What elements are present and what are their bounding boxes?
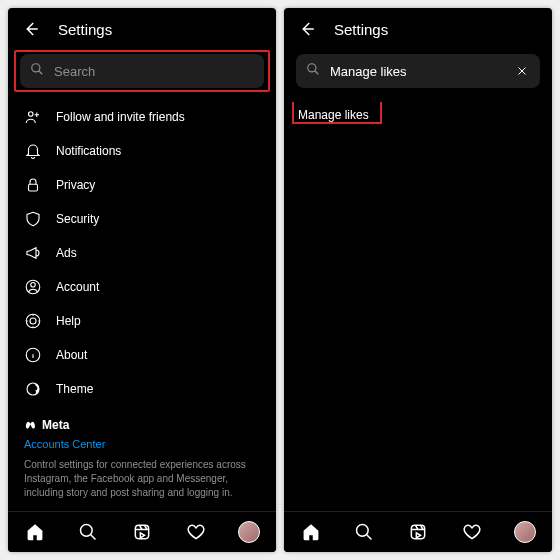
logins-heading: Logins [8,500,276,511]
megaphone-icon [24,244,42,262]
account-icon [24,278,42,296]
meta-brand: Meta [24,418,260,432]
lock-icon [24,176,42,194]
settings-screen-right: Settings Manage likes Manage likes [284,8,552,552]
menu-theme[interactable]: Theme [8,372,276,406]
menu-label: Notifications [56,144,121,158]
menu-ads[interactable]: Ads [8,236,276,270]
info-icon [24,346,42,364]
menu-label: Account [56,280,99,294]
page-title: Settings [334,21,388,38]
svg-point-0 [32,64,40,72]
menu-follow-invite[interactable]: Follow and invite friends [8,100,276,134]
svg-point-5 [26,314,40,328]
svg-point-1 [29,112,34,117]
home-icon[interactable] [300,521,322,543]
shield-icon [24,210,42,228]
search-icon [30,62,44,80]
search-results: Manage likes [284,96,552,511]
search-input[interactable]: Search [20,54,264,88]
menu-notifications[interactable]: Notifications [8,134,276,168]
search-nav-icon[interactable] [353,521,375,543]
header: Settings [8,8,276,46]
back-arrow-icon[interactable] [298,20,316,38]
svg-rect-2 [29,184,38,191]
meta-label: Meta [42,418,69,432]
svg-point-4 [31,283,36,288]
theme-icon [24,380,42,398]
svg-point-6 [30,318,36,324]
bell-icon [24,142,42,160]
menu-label: Security [56,212,99,226]
reels-icon[interactable] [407,521,429,543]
search-container: Search [20,54,264,88]
help-icon [24,312,42,330]
svg-point-12 [357,525,369,537]
menu-account[interactable]: Account [8,270,276,304]
profile-avatar[interactable] [238,521,260,543]
menu-label: Follow and invite friends [56,110,185,124]
profile-avatar[interactable] [514,521,536,543]
menu-security[interactable]: Security [8,202,276,236]
clear-icon[interactable] [514,63,530,79]
svg-point-9 [81,525,93,537]
settings-list: Follow and invite friends Notifications … [8,96,276,511]
menu-label: Theme [56,382,93,396]
bottom-nav [8,511,276,552]
search-placeholder: Search [54,64,254,79]
menu-label: Help [56,314,81,328]
menu-help[interactable]: Help [8,304,276,338]
reels-icon[interactable] [131,521,153,543]
menu-privacy[interactable]: Privacy [8,168,276,202]
follow-invite-icon [24,108,42,126]
result-label: Manage likes [298,108,369,122]
accounts-center-link[interactable]: Accounts Center [24,438,260,450]
search-icon [306,62,320,80]
menu-label: Ads [56,246,77,260]
menu-label: Privacy [56,178,95,192]
header: Settings [284,8,552,46]
home-icon[interactable] [24,521,46,543]
meta-section: Meta Accounts Center Control settings fo… [8,406,276,500]
heart-icon[interactable] [461,521,483,543]
heart-icon[interactable] [185,521,207,543]
menu-about[interactable]: About [8,338,276,372]
search-value: Manage likes [330,64,504,79]
page-title: Settings [58,21,112,38]
svg-point-11 [308,64,316,72]
settings-screen-left: Settings Search Follow and invite friend… [8,8,276,552]
meta-description: Control settings for connected experienc… [24,458,260,500]
bottom-nav [284,511,552,552]
search-container: Manage likes [296,54,540,88]
search-input[interactable]: Manage likes [296,54,540,88]
result-manage-likes[interactable]: Manage likes [284,100,552,130]
menu-label: About [56,348,87,362]
back-arrow-icon[interactable] [22,20,40,38]
search-nav-icon[interactable] [77,521,99,543]
